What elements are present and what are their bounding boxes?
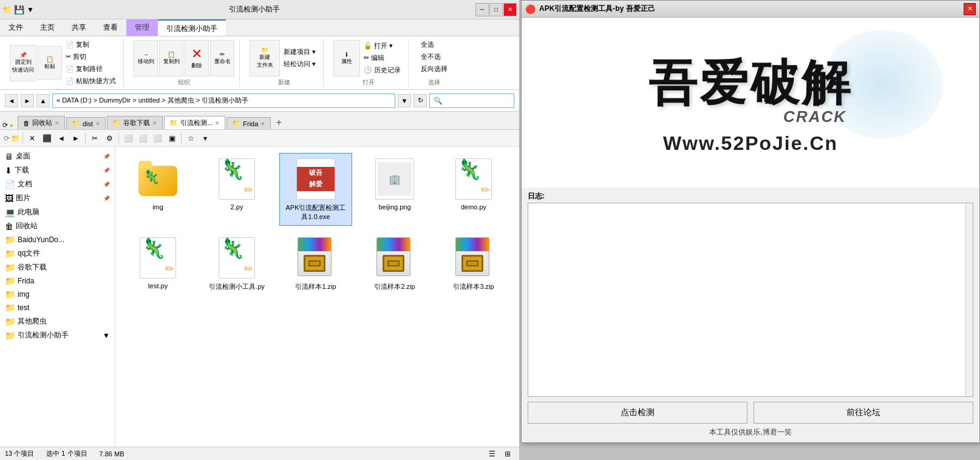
- file-item-demopy[interactable]: 🦎 ✏ demo.py: [437, 153, 510, 226]
- move-to-button[interactable]: → 移动到: [134, 40, 158, 76]
- file-item-beijing[interactable]: 🏢 beijing.png: [358, 153, 431, 226]
- search-box[interactable]: 🔍: [429, 93, 514, 108]
- paste-shortcut-button[interactable]: 📄粘贴快捷方式: [63, 75, 118, 87]
- cut-button[interactable]: ✂剪切: [63, 51, 118, 63]
- address-box[interactable]: « DATA (D:) > DummyDir > untitled > 其他爬虫…: [52, 93, 395, 108]
- close-frida-tab[interactable]: ✕: [260, 121, 265, 127]
- tool-view1[interactable]: ⬜: [121, 132, 135, 145]
- tab-google-dl[interactable]: 📁 谷歌下载 ✕: [107, 116, 163, 129]
- frida-icon: 📁: [232, 120, 240, 127]
- close-google-dl-tab[interactable]: ✕: [152, 120, 157, 126]
- tab-yl-detect[interactable]: 📁 引流检测... ✕: [164, 116, 225, 129]
- sidebar-item-downloads[interactable]: ⬇ 下载: [0, 163, 115, 177]
- close-button[interactable]: ✕: [503, 3, 517, 16]
- paste-button[interactable]: 📋 粘贴: [38, 46, 62, 79]
- tool-scissors[interactable]: ✂: [88, 132, 101, 145]
- detect-button[interactable]: 点击检测: [528, 402, 747, 424]
- copy-to-button[interactable]: 📋 复制到: [159, 40, 183, 76]
- sidebar-item-img[interactable]: 📁 img: [0, 288, 115, 301]
- add-tab-button[interactable]: +: [272, 116, 285, 129]
- edit-button[interactable]: ✏ 编辑: [361, 52, 403, 64]
- sidebar-item-google-dl[interactable]: 📁 谷歌下载: [0, 260, 115, 274]
- tab-view[interactable]: 查看: [95, 19, 126, 36]
- address-dropdown[interactable]: ▼: [398, 94, 411, 107]
- tab-recycle[interactable]: 🗑 回收站 ✕: [18, 116, 65, 129]
- open-label: 打开: [362, 77, 375, 87]
- sidebar-item-recycle[interactable]: 🗑 回收站: [0, 219, 115, 233]
- sidebar-item-crawlers[interactable]: 📁 其他爬虫: [0, 314, 115, 328]
- file-item-ylpy[interactable]: 🦎 ✏ 引流检测小工具.py: [200, 232, 273, 296]
- minimize-button[interactable]: ─: [475, 3, 489, 16]
- apk-close-button[interactable]: ✕: [964, 3, 976, 15]
- sidebar-item-qq[interactable]: 📁 qq文件: [0, 246, 115, 260]
- open-button[interactable]: 🔓 打开 ▾: [361, 40, 403, 52]
- file-item-testpy[interactable]: 🦎 ✏ test.py: [121, 232, 194, 296]
- close-yl-detect-tab[interactable]: ✕: [215, 120, 220, 126]
- invert-select-button[interactable]: 反向选择: [418, 63, 450, 75]
- tool-more[interactable]: ▾: [199, 132, 212, 145]
- sidebar-item-pictures[interactable]: 🖼 图片: [0, 191, 115, 205]
- up-button[interactable]: ▲: [36, 94, 50, 107]
- new-col: 新建项目 ▾ 轻松访问 ▾: [281, 46, 318, 70]
- close-dist-tab[interactable]: ✕: [95, 121, 100, 127]
- sidebar-item-baidu[interactable]: 📁 BaiduYunDo...: [0, 233, 115, 246]
- refresh-button[interactable]: ↻: [413, 94, 427, 107]
- log-scrollbar[interactable]: [965, 203, 973, 396]
- copy-path-button[interactable]: 📄复制路径: [63, 63, 118, 75]
- file-tabs-bar: ⟳ ▸ 🗑 回收站 ✕ 📁 dist ✕ 📁 谷歌下载 ✕ 📁 引流检测... …: [0, 112, 519, 130]
- properties-button[interactable]: ℹ 属性: [333, 40, 360, 76]
- sidebar-item-frida[interactable]: 📁 Frida: [0, 274, 115, 288]
- tool-view3[interactable]: ⬜: [151, 132, 164, 145]
- file-item-img[interactable]: 🦎 img: [121, 153, 194, 226]
- tab-dist[interactable]: 📁 dist ✕: [66, 117, 106, 129]
- file-item-apk-exe[interactable]: 破吾 解爱 APK引流配置检测工具1.0.exe: [279, 153, 352, 226]
- file-item-zip1[interactable]: 引流样本1.zip: [279, 232, 352, 296]
- delete-label: 删除: [191, 62, 202, 70]
- file-item-2py[interactable]: 🦎 ✏ 2.py: [200, 153, 273, 226]
- nav-back-small[interactable]: ◄: [55, 132, 68, 145]
- tool-star[interactable]: ☆: [184, 132, 197, 145]
- select-all-button[interactable]: 全选: [418, 39, 450, 50]
- stop-button[interactable]: ✕: [26, 132, 39, 145]
- forum-button[interactable]: 前往论坛: [754, 402, 973, 424]
- sidebar-label-test: test: [18, 303, 29, 312]
- tab-share[interactable]: 共享: [63, 19, 95, 36]
- view-grid-button[interactable]: ⊞: [501, 447, 514, 461]
- new-item-button[interactable]: 新建项目 ▾: [281, 46, 318, 58]
- maximize-button[interactable]: □: [489, 3, 503, 16]
- tab-frida[interactable]: 📁 Frida ✕: [226, 117, 271, 129]
- sidebar-item-docs[interactable]: 📄 文档: [0, 177, 115, 191]
- delete-button[interactable]: ✕ 删除: [185, 40, 209, 76]
- close-recycle-tab[interactable]: ✕: [55, 120, 60, 126]
- back-button[interactable]: ◄: [5, 94, 18, 107]
- quick-save-icon[interactable]: 💾: [14, 5, 24, 15]
- file-item-zip2[interactable]: 引流样本2.zip: [358, 232, 431, 296]
- tab-file[interactable]: 文件: [0, 19, 32, 36]
- history-button[interactable]: 🕒 历史记录: [361, 64, 403, 76]
- sidebar-item-thispc[interactable]: 💻 此电脑: [0, 205, 115, 219]
- tab-app-tools[interactable]: 引流检测小助手: [158, 19, 226, 36]
- sidebar-item-test[interactable]: 📁 test: [0, 301, 115, 314]
- history-nav-icon: ⟳: [4, 134, 10, 143]
- view-list-button[interactable]: ☰: [485, 447, 499, 461]
- tool-gear[interactable]: ⚙: [103, 132, 116, 145]
- new-folder-button[interactable]: 📁 新建文件夹: [250, 40, 280, 76]
- tab-home[interactable]: 主页: [32, 19, 63, 36]
- sidebar-label-yl-detect: 引流检测小助手: [18, 330, 69, 340]
- organize-label: 组织: [178, 77, 190, 87]
- tool-view2[interactable]: ⬜: [136, 132, 149, 145]
- file-item-zip3[interactable]: 引流样本3.zip: [437, 232, 510, 296]
- rename-button[interactable]: ✏ 重命名: [210, 40, 234, 76]
- sidebar-item-yl-detect[interactable]: 📁 引流检测小助手 ▼: [0, 328, 115, 342]
- forward-button[interactable]: ►: [21, 94, 34, 107]
- easy-access-button[interactable]: 轻松访问 ▾: [281, 58, 318, 70]
- nav-fwd-small[interactable]: ►: [69, 132, 83, 145]
- sidebar-item-desktop[interactable]: 🖥 桌面: [0, 149, 115, 163]
- tool-view4[interactable]: ▣: [165, 132, 179, 145]
- stop2-button[interactable]: ⬛: [40, 132, 53, 145]
- select-none-button[interactable]: 全不选: [418, 51, 450, 63]
- apk-log-area[interactable]: [528, 203, 973, 397]
- pin-quick-access-button[interactable]: 📌 固定到快速访问: [10, 45, 36, 81]
- copy-button[interactable]: 📄复制: [63, 39, 118, 50]
- tab-manage[interactable]: 管理: [126, 19, 158, 36]
